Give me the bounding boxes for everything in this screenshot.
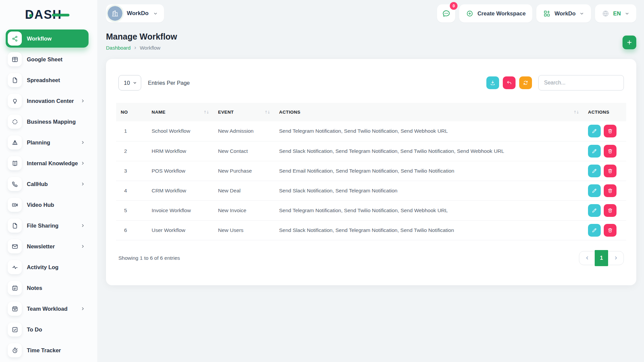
cell-event: New Purchase bbox=[213, 161, 274, 181]
showing-entries-text: Showing 1 to 6 of 6 entries bbox=[118, 255, 180, 261]
breadcrumb-dashboard-link[interactable]: Dashboard bbox=[106, 45, 130, 51]
sidebar-item[interactable]: Spreadsheet bbox=[6, 71, 89, 89]
sidebar-item-label: Video Hub bbox=[27, 202, 54, 208]
row-actions bbox=[588, 165, 622, 177]
pagination-next-button[interactable] bbox=[608, 251, 624, 265]
chevron-right-icon bbox=[80, 306, 85, 311]
row-actions bbox=[588, 204, 622, 217]
sidebar-item[interactable]: Newsletter bbox=[6, 237, 89, 255]
chevron-down-icon bbox=[579, 11, 584, 16]
row-actions bbox=[588, 125, 622, 137]
cell-actions-text: Send Slack Notification, Send Telegram N… bbox=[274, 220, 583, 240]
edit-button[interactable] bbox=[588, 224, 601, 237]
sidebar-item[interactable]: Activity Log bbox=[6, 258, 89, 276]
prism-icon bbox=[11, 139, 18, 146]
delete-button[interactable] bbox=[604, 224, 616, 237]
language-button[interactable]: EN bbox=[595, 4, 636, 22]
language-code: EN bbox=[613, 10, 621, 17]
grid-plus-icon bbox=[543, 10, 551, 17]
nav-icon-box bbox=[8, 239, 22, 253]
nav-icon-box bbox=[8, 135, 22, 149]
edit-button[interactable] bbox=[588, 204, 601, 217]
table-row: 1 School Workflow New Admission Send Tel… bbox=[116, 121, 626, 141]
sidebar-item[interactable]: Video Hub bbox=[6, 196, 89, 214]
book-icon bbox=[11, 160, 18, 167]
trash-icon bbox=[607, 207, 613, 214]
messages-button[interactable]: 0 bbox=[437, 4, 455, 22]
sidebar-item[interactable]: Team Workload bbox=[6, 300, 89, 318]
sidebar-item-label: Business Mapping bbox=[27, 119, 76, 125]
page-title: Manage Workflow bbox=[106, 32, 177, 42]
pencil-icon bbox=[591, 227, 597, 233]
sidebar-item-label: Planning bbox=[27, 139, 50, 146]
sidebar-item[interactable]: Time Tracker bbox=[6, 341, 89, 359]
topbar-right: 0 Create Workspace WorkDo EN bbox=[437, 4, 636, 22]
edit-button[interactable] bbox=[588, 125, 601, 137]
export-button[interactable] bbox=[486, 76, 499, 89]
sidebar-item[interactable]: To Do bbox=[6, 320, 89, 339]
create-workspace-button[interactable]: Create Workspace bbox=[459, 4, 532, 22]
nav-icon-box bbox=[8, 32, 22, 46]
table-controls: 10 Entries Per Page bbox=[118, 75, 624, 90]
cell-name: Invoice Workflow bbox=[147, 200, 213, 220]
sidebar-item[interactable]: File Sharing bbox=[6, 217, 89, 235]
sidebar-item[interactable]: Business Mapping bbox=[6, 113, 89, 131]
row-actions bbox=[588, 145, 622, 158]
add-workflow-button[interactable] bbox=[623, 36, 636, 49]
breadcrumb-separator: › bbox=[134, 45, 136, 51]
edit-button[interactable] bbox=[588, 165, 601, 177]
column-header[interactable]: EVENT ↑↓ bbox=[213, 103, 274, 121]
dashed-circle-icon bbox=[11, 118, 18, 125]
delete-button[interactable] bbox=[604, 125, 616, 137]
sidebar-item[interactable]: Planning bbox=[6, 133, 89, 152]
nav-icon-box bbox=[8, 219, 22, 233]
cell-no: 5 bbox=[116, 200, 147, 220]
cell-actions-text: Send Slack Notification, Send Telegram N… bbox=[274, 181, 583, 200]
trash-icon bbox=[607, 168, 613, 174]
reset-button[interactable] bbox=[503, 76, 516, 89]
cell-no: 6 bbox=[116, 220, 147, 240]
delete-button[interactable] bbox=[604, 165, 616, 177]
app-menu-label: WorkDo bbox=[554, 10, 576, 17]
table-grid-icon bbox=[11, 56, 18, 63]
chevron-down-icon bbox=[625, 11, 630, 16]
delete-button[interactable] bbox=[604, 145, 616, 158]
pagination-page-1[interactable]: 1 bbox=[595, 250, 608, 266]
sidebar-item[interactable]: CallHub bbox=[6, 175, 89, 193]
column-header-label: NO bbox=[121, 110, 128, 115]
delete-button[interactable] bbox=[604, 204, 616, 217]
column-header[interactable]: ACTIONS ↑↓ bbox=[274, 103, 583, 121]
chat-bubble-icon bbox=[442, 9, 451, 18]
cell-actions-text: Send Telegram Notification, Send Twilio … bbox=[274, 200, 583, 220]
activity-pulse-icon bbox=[11, 264, 18, 271]
sidebar-item[interactable]: Google Sheet bbox=[6, 50, 89, 68]
pencil-icon bbox=[591, 148, 597, 154]
sidebar: DASH Workflow Google Sheet bbox=[0, 0, 97, 362]
column-header[interactable]: NAME ↑↓ bbox=[147, 103, 213, 121]
sidebar-item[interactable]: Innovation Center bbox=[6, 92, 89, 110]
entries-per-page-select[interactable]: 10 bbox=[118, 75, 141, 90]
app-menu-button[interactable]: WorkDo bbox=[536, 4, 591, 22]
cell-no: 1 bbox=[116, 121, 147, 141]
refresh-button[interactable] bbox=[519, 76, 532, 89]
chevron-down-icon bbox=[132, 80, 137, 85]
delete-button[interactable] bbox=[604, 184, 616, 197]
sidebar-item[interactable]: Notes bbox=[6, 279, 89, 297]
sidebar-item-label: Internal Knowledge bbox=[27, 160, 78, 167]
sidebar-item-label: CallHub bbox=[27, 181, 48, 187]
workspace-switcher[interactable]: WorkDo bbox=[106, 4, 164, 22]
globe-icon bbox=[602, 10, 609, 17]
edit-button[interactable] bbox=[588, 184, 601, 197]
check-square-icon bbox=[11, 326, 18, 333]
sidebar-item-label: File Sharing bbox=[27, 223, 58, 229]
topbar: WorkDo 0 Create Workspace WorkDo bbox=[106, 4, 636, 22]
sidebar-item[interactable]: Workflow bbox=[6, 29, 89, 48]
file-icon bbox=[11, 77, 18, 84]
chevron-right-icon bbox=[80, 140, 85, 145]
edit-button[interactable] bbox=[588, 145, 601, 158]
search-input[interactable] bbox=[538, 75, 624, 90]
plus-icon bbox=[626, 39, 633, 46]
plus-circle-icon bbox=[466, 10, 474, 17]
sidebar-item[interactable]: Internal Knowledge bbox=[6, 154, 89, 172]
pagination-prev-button[interactable] bbox=[579, 251, 595, 265]
